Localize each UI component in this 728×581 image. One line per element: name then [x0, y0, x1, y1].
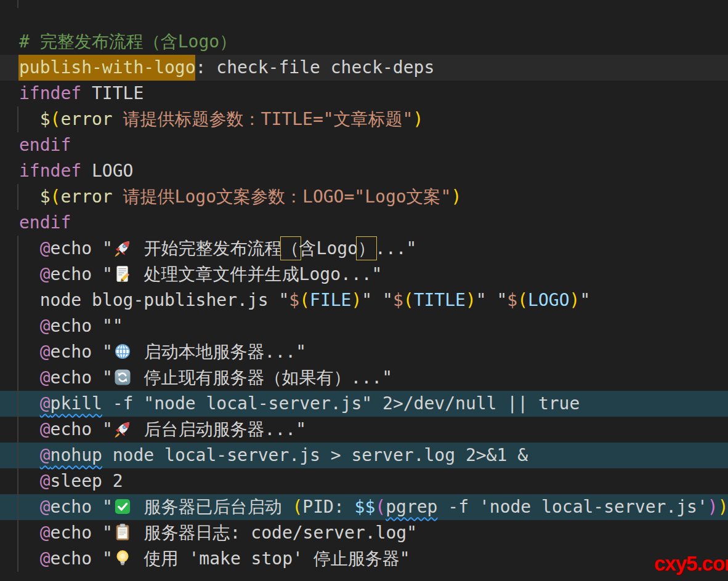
code-token[interactable]: TITLE	[92, 83, 144, 103]
code-token[interactable]: -f "node local-server.js" 2>/dev/null ||…	[102, 393, 580, 414]
code-token[interactable]: :	[196, 57, 206, 78]
code-line[interactable]: @echo " 服务器已后台启动 (PID: $$(pgrep -f 'node…	[0, 494, 728, 520]
code-token[interactable]: ifndef	[19, 83, 92, 103]
code-token[interactable]: " "	[362, 290, 393, 310]
code-token[interactable]	[113, 109, 123, 129]
code-token[interactable]	[19, 186, 40, 207]
code-token[interactable]: "	[278, 290, 289, 310]
code-token[interactable]: )	[708, 497, 718, 517]
code-token[interactable]: $	[289, 290, 299, 310]
code-token[interactable]: )	[718, 497, 728, 517]
code-token[interactable]: "	[102, 367, 113, 388]
code-token[interactable]: (	[299, 290, 310, 310]
code-token[interactable]: $	[393, 290, 403, 310]
code-token[interactable]	[19, 548, 40, 569]
code-token[interactable]: @	[40, 393, 51, 414]
code-token[interactable]	[19, 238, 40, 258]
code-token[interactable]: )	[413, 109, 423, 129]
code-token[interactable]: LOGO	[92, 161, 133, 181]
code-token[interactable]: check-file check-deps	[206, 57, 434, 78]
code-token[interactable]: 服务器已后台启动	[134, 497, 293, 517]
code-token[interactable]: "	[102, 238, 113, 258]
code-token[interactable]: @	[40, 471, 51, 491]
code-token[interactable]: (	[403, 290, 414, 310]
code-token[interactable]: ..."	[375, 238, 416, 258]
code-line[interactable]: @echo " 启动本地服务器..."	[0, 339, 728, 365]
code-token[interactable]: ）	[358, 238, 375, 258]
code-token[interactable]: pgrep	[386, 497, 437, 517]
code-token[interactable]: $	[40, 186, 51, 207]
code-token[interactable]: echo	[51, 316, 102, 336]
code-line[interactable]: $(error 请提供Logo文案参数：LOGO="Logo文案")	[0, 184, 728, 210]
code-token[interactable]: pkill	[51, 393, 102, 414]
code-token[interactable]: @	[40, 445, 51, 465]
code-token[interactable]: @	[40, 548, 51, 569]
code-token[interactable]	[19, 367, 40, 388]
code-token[interactable]: node blog-publisher.js	[40, 290, 279, 310]
code-line[interactable]: @echo " 使用 'make stop' 停止服务器"	[0, 546, 728, 572]
code-line[interactable]: node blog-publisher.js "$(FILE)" "$(TITL…	[0, 287, 728, 313]
code-line[interactable]: @echo ""	[0, 313, 728, 339]
code-token[interactable]: error	[60, 186, 112, 207]
code-token[interactable]: " "	[476, 290, 508, 310]
code-token[interactable]: (	[375, 497, 386, 517]
code-token[interactable]: )	[466, 290, 476, 310]
code-token[interactable]: $	[40, 109, 51, 129]
code-line[interactable]: $(error 请提供标题参数：TITLE="文章标题")	[0, 106, 728, 132]
code-token[interactable]: endif	[19, 135, 71, 155]
code-token[interactable]: publish-with-logo	[19, 57, 196, 78]
code-token[interactable]: 请提供Logo文案参数：LOGO="Logo文案"	[123, 186, 451, 207]
emoji-bulb-icon[interactable]	[113, 549, 132, 567]
code-token[interactable]: (	[517, 290, 528, 310]
code-token[interactable]: sleep 2	[51, 471, 123, 491]
code-token[interactable]	[19, 523, 40, 543]
code-token[interactable]: nohup	[51, 445, 102, 465]
emoji-rocket-icon[interactable]	[113, 239, 132, 257]
code-token[interactable]	[113, 186, 123, 207]
code-token[interactable]	[19, 342, 40, 362]
code-token[interactable]: @	[40, 497, 51, 517]
code-token[interactable]: echo	[51, 497, 102, 517]
code-editor[interactable]: # 完整发布流程（含Logo）publish-with-logo: check-…	[0, 0, 728, 581]
code-token[interactable]: $$	[355, 497, 376, 517]
code-token[interactable]: @	[40, 367, 51, 388]
code-line[interactable]: @echo " 开始完整发布流程（含Logo）..."	[0, 236, 728, 262]
code-token[interactable]: @	[40, 342, 51, 362]
code-line[interactable]: @sleep 2	[0, 468, 728, 494]
code-token[interactable]: 服务器日志: code/server.log"	[134, 523, 417, 543]
code-area[interactable]: # 完整发布流程（含Logo）publish-with-logo: check-…	[0, 29, 728, 572]
code-token[interactable]: "	[102, 523, 113, 543]
emoji-clipboard-icon[interactable]	[113, 523, 132, 542]
code-token[interactable]: @	[40, 264, 51, 284]
emoji-check-icon[interactable]	[113, 497, 132, 516]
code-token[interactable]: 后台启动服务器..."	[134, 419, 306, 439]
code-line[interactable]: @echo " 处理文章文件并生成Logo..."	[0, 262, 728, 287]
code-token[interactable]: 停止现有服务器（如果有）..."	[134, 367, 392, 388]
emoji-rocket-icon[interactable]	[113, 420, 132, 438]
code-token[interactable]: "	[102, 264, 113, 284]
code-token[interactable]: @	[40, 238, 51, 258]
code-token[interactable]: ""	[102, 316, 123, 336]
code-token[interactable]: echo	[51, 548, 102, 569]
code-line[interactable]: endif	[0, 132, 728, 158]
code-token[interactable]: 处理文章文件并生成Logo..."	[134, 264, 382, 284]
code-token[interactable]	[19, 445, 40, 465]
code-token[interactable]	[19, 109, 40, 129]
code-token[interactable]: （	[282, 238, 299, 258]
code-token[interactable]: "	[580, 290, 590, 310]
emoji-globe-icon[interactable]	[113, 342, 132, 361]
code-token[interactable]: ifndef	[19, 161, 92, 181]
code-token[interactable]: LOGO	[528, 290, 569, 310]
code-line[interactable]: endif	[0, 210, 728, 236]
code-token[interactable]: "	[102, 419, 113, 439]
code-token[interactable]: node local-server.js > server.log 2>&1 &	[102, 445, 528, 465]
code-token[interactable]: (	[51, 186, 61, 207]
code-token[interactable]	[19, 497, 40, 517]
code-token[interactable]: "	[102, 342, 113, 362]
code-token[interactable]	[19, 471, 40, 491]
code-line[interactable]: ifndef LOGO	[0, 158, 728, 184]
code-token[interactable]: FILE	[310, 290, 351, 310]
code-token[interactable]: echo	[51, 264, 102, 284]
code-line[interactable]: @echo " 后台启动服务器..."	[0, 417, 728, 443]
code-token[interactable]: echo	[51, 238, 102, 258]
